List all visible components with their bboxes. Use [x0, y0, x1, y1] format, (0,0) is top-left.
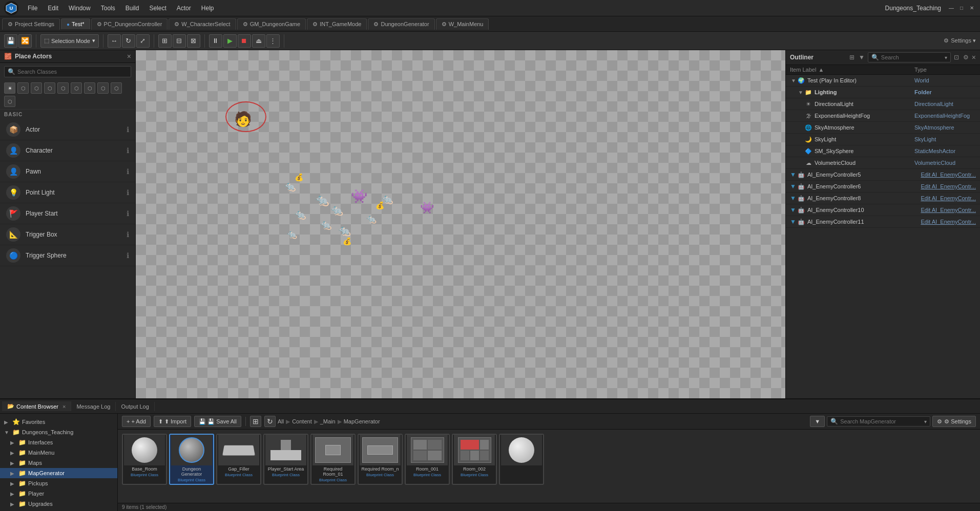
- surface-btn[interactable]: ⊠: [187, 34, 200, 48]
- player-character[interactable]: 🧑: [234, 111, 252, 127]
- toggle-filter-btn[interactable]: ⊞: [250, 416, 261, 427]
- add-button[interactable]: + + Add: [122, 416, 151, 427]
- menu-window[interactable]: Window: [65, 4, 95, 13]
- tab-pc-dungeon[interactable]: ⚙ PC_DungeonController: [91, 18, 168, 30]
- ai10-expand-icon[interactable]: ▼: [790, 206, 796, 214]
- enemy-6[interactable]: 🐀: [320, 219, 331, 230]
- content-browser-close[interactable]: ×: [62, 403, 66, 410]
- tree-item-favorites[interactable]: ▶ ⭐ Favorites: [0, 417, 117, 427]
- actor-item-triggersphere[interactable]: 🔵 Trigger Sphere ℹ: [0, 245, 135, 266]
- enemy-2[interactable]: 🐀: [315, 194, 329, 207]
- output-log-tab[interactable]: Output Log: [116, 402, 154, 411]
- outliner-row-fog[interactable]: 🌫 ExponentialHeightFog ExponentialHeight…: [786, 110, 980, 122]
- filter-icon-2[interactable]: ⬡: [31, 82, 42, 94]
- outliner-row-skylight[interactable]: 🌙 SkyLight SkyLight: [786, 134, 980, 145]
- content-item-room001[interactable]: Room_001 Blueprint Class: [405, 434, 450, 485]
- ai5-expand-icon[interactable]: ▼: [790, 171, 796, 178]
- actor-info-triggersphere[interactable]: ℹ: [127, 251, 129, 260]
- ai10-link[interactable]: Edit AI_EnemyContr...: [921, 207, 976, 213]
- tab-gm[interactable]: ⚙ GM_DungeonGame: [237, 18, 306, 30]
- search-filter-icon[interactable]: ▾: [924, 419, 927, 424]
- outliner-row-lighting[interactable]: ▼ 📁 Lighting Folder: [786, 87, 980, 98]
- tab-test[interactable]: ● Test*: [61, 18, 90, 29]
- ai8-link[interactable]: Edit AI_EnemyContr...: [921, 195, 976, 201]
- ai11-expand-icon[interactable]: ▼: [790, 218, 796, 225]
- content-item-reqroomn[interactable]: Required Room_n Blueprint Class: [358, 434, 403, 485]
- snap-btn[interactable]: ⊞: [158, 34, 172, 48]
- expand-world-icon[interactable]: ▼: [790, 78, 797, 83]
- tree-item-dungeons[interactable]: ▼ 📁 Dungeons_Teaching: [0, 427, 117, 437]
- filter-icon-5[interactable]: ⬡: [71, 82, 82, 94]
- content-browser-tab[interactable]: 📂 Content Browser ×: [2, 401, 71, 411]
- content-search-input[interactable]: [840, 418, 922, 424]
- import-button[interactable]: ⬆ ⬆ Import: [154, 416, 191, 427]
- expand-lighting-icon[interactable]: ▼: [797, 90, 804, 95]
- ai8-expand-icon[interactable]: ▼: [790, 195, 796, 202]
- filter-icon-4[interactable]: ⬡: [57, 82, 69, 94]
- content-settings-btn[interactable]: ⚙ ⚙ Settings: [932, 416, 976, 427]
- enemy-3[interactable]: 🐀: [295, 209, 306, 220]
- content-item-extra[interactable]: [499, 434, 544, 485]
- translate-btn[interactable]: ↔: [108, 34, 121, 48]
- grid-btn[interactable]: ⊟: [173, 34, 186, 48]
- selection-mode-dropdown[interactable]: ⬚ Selection Mode ▾: [40, 34, 99, 48]
- content-item-room002[interactable]: Room_002 Blueprint Class: [452, 434, 497, 485]
- outliner-view-icon[interactable]: ▼: [858, 53, 866, 62]
- actor-item-triggerbox[interactable]: 📐 Trigger Box ℹ: [0, 224, 135, 245]
- ai5-link[interactable]: Edit AI_EnemyContr...: [921, 172, 976, 178]
- maximize-button[interactable]: □: [957, 4, 966, 12]
- outliner-view2-icon[interactable]: ⊡: [953, 53, 960, 62]
- tree-item-mapgenerator[interactable]: ▶ 📁 MapGenerator: [0, 468, 117, 478]
- outliner-close[interactable]: ×: [972, 53, 976, 61]
- enemy-7[interactable]: 🐀: [338, 224, 351, 237]
- content-item-baseroom[interactable]: Base_Room Blueprint Class: [122, 434, 167, 485]
- filter-icon-8[interactable]: ⬡: [111, 82, 122, 94]
- tab-dungeon-gen[interactable]: ⚙ DungeonGenerator: [368, 18, 434, 30]
- col-item-label[interactable]: Item Label ▲: [790, 67, 914, 73]
- actor-item-actor[interactable]: 📦 Actor ℹ: [0, 119, 135, 140]
- tree-item-interfaces[interactable]: ▶ 📁 Interfaces: [0, 437, 117, 448]
- search-dropdown-icon[interactable]: ▾: [945, 55, 947, 60]
- outliner-row-skysphere[interactable]: 🔷 SM_SkySphere StaticMeshActor: [786, 145, 980, 157]
- actor-item-pointlight[interactable]: 💡 Point Light ℹ: [0, 182, 135, 203]
- tree-item-mainmenu[interactable]: ▶ 📁 MainMenu: [0, 448, 117, 458]
- actor-info-actor[interactable]: ℹ: [127, 125, 129, 134]
- enemy-boss[interactable]: 👾: [420, 201, 434, 215]
- actor-item-character[interactable]: 👤 Character ℹ: [0, 140, 135, 161]
- place-actors-close[interactable]: ×: [127, 52, 131, 60]
- filter-icon-0[interactable]: ☀: [4, 82, 15, 94]
- enemy-5[interactable]: 👾: [351, 188, 367, 204]
- ai11-link[interactable]: Edit AI_EnemyContr...: [921, 219, 976, 225]
- extra-btn[interactable]: ⋮: [266, 34, 280, 48]
- outliner-settings-icon[interactable]: ⚙: [962, 53, 970, 62]
- search-classes-input[interactable]: [17, 69, 128, 75]
- play-btn[interactable]: ▶: [223, 34, 237, 48]
- scale-btn[interactable]: ⤢: [136, 34, 150, 48]
- actor-info-pawn[interactable]: ℹ: [127, 167, 129, 176]
- menu-actor[interactable]: Actor: [173, 4, 195, 13]
- ai6-link[interactable]: Edit AI_EnemyContr...: [921, 183, 976, 189]
- filter-toggle-btn[interactable]: ▼: [810, 416, 825, 427]
- save-all-button[interactable]: 💾 💾 Save All: [194, 416, 241, 427]
- tree-item-pickups[interactable]: ▶ 📁 Pickups: [0, 478, 117, 488]
- tab-int[interactable]: ⚙ INT_GameMode: [307, 18, 367, 30]
- filter-icon-6[interactable]: ⬡: [84, 82, 95, 94]
- pause-btn[interactable]: ⏸: [209, 34, 222, 48]
- actor-info-playerstart[interactable]: ℹ: [127, 209, 129, 218]
- outliner-row-ai8[interactable]: ▼ 🤖 AI_EnemyController8 Edit AI_EnemyCon…: [786, 193, 980, 204]
- actor-info-pointlight[interactable]: ℹ: [127, 188, 129, 197]
- menu-edit[interactable]: Edit: [44, 4, 62, 13]
- menu-help[interactable]: Help: [197, 4, 218, 13]
- actor-item-pawn[interactable]: 👤 Pawn ℹ: [0, 161, 135, 182]
- actor-info-triggerbox[interactable]: ℹ: [127, 230, 129, 239]
- outliner-row-volcloud[interactable]: ☁ VolumetricCloud VolumetricCloud: [786, 157, 980, 169]
- outliner-filter-icon[interactable]: ⊞: [848, 53, 856, 62]
- enemy-8[interactable]: 🐀: [287, 229, 297, 239]
- filter-icon-9[interactable]: ⬡: [4, 96, 15, 107]
- outliner-row-ai11[interactable]: ▼ 🤖 AI_EnemyController11 Edit AI_EnemyCo…: [786, 216, 980, 228]
- filter-icon-1[interactable]: ⬡: [17, 82, 29, 94]
- menu-file[interactable]: File: [24, 4, 41, 13]
- tree-item-player[interactable]: ▶ 📁 Player: [0, 488, 117, 499]
- message-log-tab[interactable]: Message Log: [71, 402, 116, 411]
- outliner-row-ai10[interactable]: ▼ 🤖 AI_EnemyController10 Edit AI_EnemyCo…: [786, 204, 980, 216]
